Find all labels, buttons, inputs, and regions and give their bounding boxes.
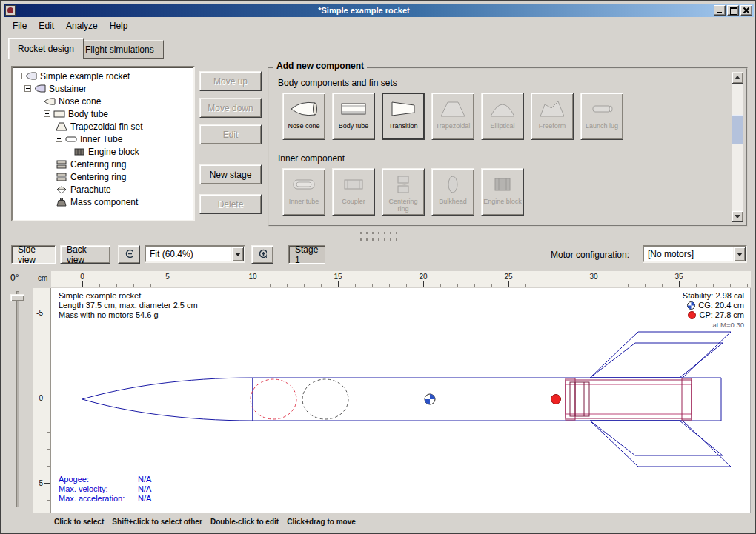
add-engine-block-button: Engine block: [481, 168, 524, 216]
flight-data: Apogee:N/A Max. velocity:N/A Max. accele…: [59, 475, 151, 504]
add-nose-cone-button[interactable]: Nose cone: [282, 93, 325, 140]
nose-cone-icon: [44, 97, 56, 106]
tree-collapse-icon[interactable]: [56, 136, 62, 142]
fin-lower-shape[interactable]: [590, 421, 731, 467]
new-stage-button[interactable]: New stage: [199, 164, 262, 184]
add-body-tube-button[interactable]: Body tube: [332, 93, 375, 140]
component-scrollbar[interactable]: [732, 72, 743, 222]
zoom-in-button[interactable]: [251, 245, 273, 264]
tree-item-fin-set[interactable]: Trapezoidal fin set: [14, 120, 192, 133]
add-trapezoidal-fin-button: Trapezoidal: [431, 93, 474, 140]
add-centering-ring-button: Centering ring: [382, 168, 425, 216]
zoom-select[interactable]: Fit (60.4%): [145, 245, 245, 263]
tab-flight-simulations[interactable]: Flight simulations: [76, 40, 164, 59]
close-button[interactable]: [740, 5, 752, 16]
scroll-down-icon[interactable]: [732, 210, 743, 222]
centering-ring-icon: [388, 173, 418, 196]
inner-tube-icon: [65, 135, 77, 144]
parachute-icon: [56, 185, 67, 194]
cp-icon: [688, 311, 696, 319]
add-transition-button[interactable]: Transition: [382, 93, 425, 140]
body-component-row: Nose cone Body tube Transition Trapezoid…: [282, 93, 623, 140]
nose-cone-shape[interactable]: [82, 378, 253, 421]
tree-item-body-tube[interactable]: Body tube: [14, 107, 192, 120]
bulkhead-icon: [438, 173, 468, 196]
mass-component-shape[interactable]: [302, 379, 348, 419]
centering-ring-icon: [56, 160, 67, 169]
engine-block-icon: [73, 147, 85, 156]
add-inner-tube-button: Inner tube: [282, 168, 325, 216]
tree-item-rocket[interactable]: Simple example rocket: [14, 70, 192, 82]
app-icon[interactable]: [5, 5, 16, 16]
minimize-button[interactable]: [714, 5, 726, 16]
cg-readout: CG: 20.4 cm: [683, 301, 744, 310]
window-title: *Simple example rocket: [16, 4, 712, 17]
motor-configuration-select[interactable]: [No motors]: [643, 245, 747, 263]
inner-tube-icon: [289, 173, 319, 196]
cg-icon: [687, 301, 695, 310]
tree-item-nose-cone[interactable]: Nose cone: [14, 95, 192, 107]
rotation-slider[interactable]: [16, 291, 19, 507]
edit-button: Edit: [199, 124, 262, 144]
menu-analyze[interactable]: Analyze: [60, 19, 104, 33]
trapezoidal-fin-icon: [438, 97, 468, 121]
group-title: Add new component: [273, 61, 367, 71]
component-tree[interactable]: Simple example rocket Sustainer Nose con…: [11, 66, 195, 221]
openrocket-window: *Simple example rocket File Edit Analyze…: [0, 0, 756, 534]
tree-item-mass-component[interactable]: Mass component: [14, 196, 192, 208]
horizontal-ruler: 0 5 10 15 20 25 30 35: [51, 271, 751, 287]
tree-item-centering-ring-1[interactable]: Centering ring: [14, 158, 192, 170]
title-bar: *Simple example rocket: [4, 4, 754, 17]
rocket-drawing: [51, 288, 751, 513]
rocket-view-canvas[interactable]: Simple example rocket Length 37.5 cm, ma…: [51, 288, 751, 513]
motor-configuration-label: Motor configuration:: [551, 250, 629, 260]
tree-item-engine-block[interactable]: Engine block: [14, 145, 192, 158]
body-section-label: Body components and fin sets: [278, 78, 397, 88]
rocket-info: Simple example rocket Length 37.5 cm, ma…: [59, 291, 198, 320]
tree-item-sustainer[interactable]: Sustainer: [14, 82, 192, 95]
ruler-unit-label: cm: [38, 274, 47, 282]
parachute-shape[interactable]: [251, 379, 296, 419]
chevron-down-icon[interactable]: [733, 247, 746, 261]
tree-item-inner-tube[interactable]: Inner Tube: [14, 133, 192, 145]
tab-rocket-design[interactable]: Rocket design: [8, 38, 84, 59]
tree-item-centering-ring-2[interactable]: Centering ring: [14, 170, 192, 183]
menu-help[interactable]: Help: [104, 19, 134, 33]
mass-component-icon: [56, 198, 67, 207]
stability-legend: Stability: 2.98 cal CG: 20.4 cm CP: 27.8…: [683, 291, 744, 330]
tree-collapse-icon[interactable]: [24, 85, 31, 92]
add-launch-lug-button: Launch lug: [580, 93, 623, 140]
transition-icon: [388, 97, 418, 121]
vertical-ruler: -5 0 5: [33, 288, 51, 513]
engine-block-shape[interactable]: [570, 382, 589, 416]
zoom-out-icon: [125, 248, 133, 261]
tree-collapse-icon[interactable]: [44, 110, 50, 117]
tree-collapse-icon[interactable]: [16, 73, 22, 79]
fin-upper-shape[interactable]: [590, 332, 731, 378]
add-bulkhead-button: Bulkhead: [431, 168, 474, 216]
maximize-button[interactable]: [727, 5, 739, 16]
rocket-icon: [25, 72, 37, 80]
launch-lug-icon: [587, 97, 617, 121]
move-up-button: Move up: [199, 71, 262, 91]
rotation-slider-thumb[interactable]: [10, 294, 24, 301]
chevron-down-icon[interactable]: [231, 247, 244, 261]
freeform-fin-icon: [537, 97, 567, 121]
elliptical-fin-icon: [488, 97, 517, 121]
back-view-button[interactable]: Back view: [60, 245, 110, 264]
cg-marker: [425, 394, 435, 404]
scroll-up-icon[interactable]: [732, 72, 743, 84]
menu-file[interactable]: File: [7, 19, 33, 33]
side-view-button[interactable]: Side view: [11, 245, 56, 264]
engine-block-icon: [488, 173, 517, 196]
add-freeform-fin-button: Freeform: [531, 93, 574, 140]
splitter-handle[interactable]: [357, 228, 401, 241]
zoom-out-button[interactable]: [118, 245, 140, 264]
scrollbar-thumb[interactable]: [732, 115, 743, 144]
stage-1-toggle[interactable]: Stage 1: [288, 245, 325, 264]
tab-panel-edge: [7, 59, 751, 60]
zoom-in-icon: [258, 248, 267, 261]
menu-edit[interactable]: Edit: [33, 19, 60, 33]
inner-section-label: Inner component: [278, 153, 345, 164]
tree-item-parachute[interactable]: Parachute: [14, 183, 192, 196]
